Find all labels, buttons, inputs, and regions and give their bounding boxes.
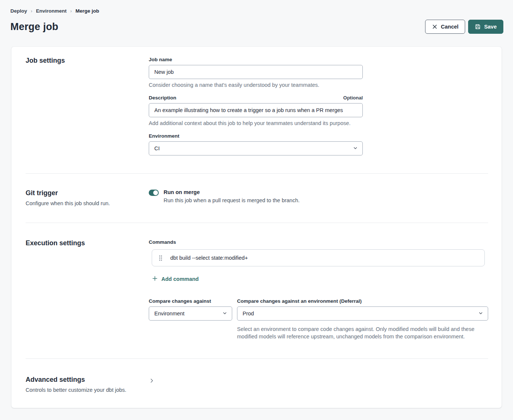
add-command-label: Add command (161, 276, 199, 282)
breadcrumb-environment[interactable]: Environment (36, 8, 67, 14)
compare-changes-label: Compare changes against (149, 298, 232, 304)
compare-changes-field-group: Compare changes against Environment (149, 298, 232, 341)
page-header: Deploy › Environment › Merge job Merge j… (0, 0, 513, 34)
header-actions: Cancel Save (425, 20, 503, 34)
deferral-select[interactable]: Prod (237, 306, 488, 321)
deferral-helper: Select an environment to compare code ch… (237, 325, 488, 341)
section-advanced-settings: Advanced settings Controls to better cus… (26, 358, 488, 408)
run-on-merge-row: Run on merge Run this job when a pull re… (149, 189, 488, 203)
job-form-card: Job settings Job name Consider choosing … (11, 46, 502, 408)
git-trigger-subheading: Configure when this job should run. (26, 200, 149, 206)
execution-settings-heading: Execution settings (26, 239, 149, 247)
description-helper: Add additional context about this job to… (149, 120, 363, 126)
section-job-settings: Job settings Job name Consider choosing … (26, 47, 488, 173)
breadcrumb-merge-job: Merge job (76, 8, 99, 14)
job-name-field-group: Job name Consider choosing a name that's… (149, 57, 363, 88)
toggle-knob (153, 190, 158, 195)
environment-field-group: Environment CI (149, 133, 363, 155)
compare-changes-select-value: Environment (154, 311, 184, 316)
compare-changes-select[interactable]: Environment (149, 306, 232, 321)
cancel-button-label: Cancel (441, 24, 459, 30)
description-label: Description (149, 95, 176, 101)
chevron-down-icon (223, 311, 227, 316)
advanced-settings-heading[interactable]: Advanced settings (26, 376, 149, 384)
add-command-button[interactable]: Add command (152, 276, 199, 282)
job-name-input[interactable] (149, 65, 363, 79)
environment-select-value: CI (154, 145, 160, 151)
description-field-group: Description Optional Add additional cont… (149, 95, 363, 126)
environment-select[interactable]: CI (149, 141, 363, 155)
run-on-merge-toggle[interactable] (149, 190, 159, 196)
chevron-down-icon (479, 311, 483, 316)
job-name-helper: Consider choosing a name that's easily u… (149, 82, 363, 88)
deferral-select-value: Prod (243, 311, 254, 316)
command-row[interactable]: dbt build --select state:modified+ (152, 249, 485, 266)
description-optional-tag: Optional (343, 95, 363, 101)
close-icon (432, 24, 438, 30)
deferral-label: Compare changes against an environment (… (237, 298, 488, 304)
section-execution-settings: Execution settings Commands dbt build --… (26, 223, 488, 358)
chevron-right-icon: › (70, 9, 72, 14)
breadcrumb: Deploy › Environment › Merge job (10, 8, 503, 14)
chevron-down-icon (353, 145, 358, 151)
commands-label: Commands (149, 239, 488, 245)
plus-icon (152, 276, 158, 282)
job-settings-heading: Job settings (26, 57, 149, 65)
section-git-trigger: Git trigger Configure when this job shou… (26, 173, 488, 223)
chevron-right-icon: › (31, 9, 32, 14)
expand-chevron-right-icon[interactable] (149, 378, 155, 393)
run-on-merge-description: Run this job when a pull request is merg… (164, 197, 300, 203)
cancel-button[interactable]: Cancel (425, 20, 466, 34)
git-trigger-heading: Git trigger (26, 189, 149, 197)
command-text[interactable]: dbt build --select state:modified+ (170, 255, 248, 261)
save-icon (475, 24, 481, 30)
description-input[interactable] (149, 103, 363, 117)
run-on-merge-label: Run on merge (164, 189, 300, 195)
job-name-label: Job name (149, 57, 363, 62)
breadcrumb-deploy[interactable]: Deploy (10, 8, 27, 14)
deferral-field-group: Compare changes against an environment (… (237, 298, 488, 341)
save-button-label: Save (484, 24, 497, 30)
drag-handle-icon[interactable] (159, 255, 162, 261)
page-title: Merge job (10, 21, 58, 33)
environment-label: Environment (149, 133, 363, 139)
advanced-settings-subheading: Controls to better customize your dbt jo… (26, 387, 149, 393)
save-button[interactable]: Save (468, 20, 503, 34)
